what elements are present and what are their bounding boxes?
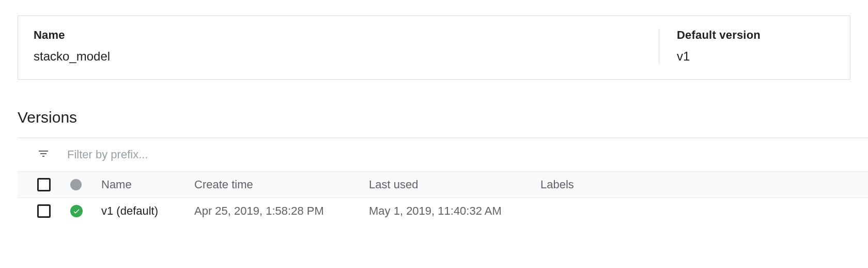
header-create-time: Create time bbox=[194, 178, 369, 191]
status-indicator-icon bbox=[70, 179, 82, 190]
info-name-label: Name bbox=[34, 28, 659, 42]
info-name-column: Name stacko_model bbox=[34, 28, 659, 64]
versions-table: Name Create time Last used Labels v1 (de… bbox=[18, 171, 868, 224]
row-last-used: May 1, 2019, 11:40:32 AM bbox=[369, 204, 540, 218]
info-name-value: stacko_model bbox=[34, 49, 659, 64]
versions-heading: Versions bbox=[18, 109, 868, 126]
table-header-row: Name Create time Last used Labels bbox=[18, 171, 868, 198]
table-row[interactable]: v1 (default) Apr 25, 2019, 1:58:28 PM Ma… bbox=[18, 198, 868, 224]
header-checkbox-cell bbox=[18, 178, 70, 191]
row-checkbox-cell bbox=[18, 204, 70, 218]
filter-icon[interactable] bbox=[37, 147, 50, 162]
header-last-used: Last used bbox=[369, 178, 540, 191]
row-create-time: Apr 25, 2019, 1:58:28 PM bbox=[194, 204, 369, 218]
header-name: Name bbox=[101, 178, 194, 191]
header-status-cell bbox=[70, 179, 101, 190]
filter-row bbox=[0, 138, 868, 171]
select-all-checkbox[interactable] bbox=[37, 178, 51, 191]
filter-input[interactable] bbox=[67, 148, 209, 161]
model-info-card: Name stacko_model Default version v1 bbox=[18, 16, 850, 80]
header-labels: Labels bbox=[540, 178, 868, 191]
info-default-value: v1 bbox=[677, 49, 834, 64]
info-default-column: Default version v1 bbox=[659, 28, 834, 64]
row-checkbox[interactable] bbox=[37, 204, 51, 218]
status-ready-icon bbox=[70, 205, 83, 217]
info-default-label: Default version bbox=[677, 28, 834, 42]
row-name[interactable]: v1 (default) bbox=[101, 204, 194, 218]
row-status-cell bbox=[70, 205, 101, 217]
